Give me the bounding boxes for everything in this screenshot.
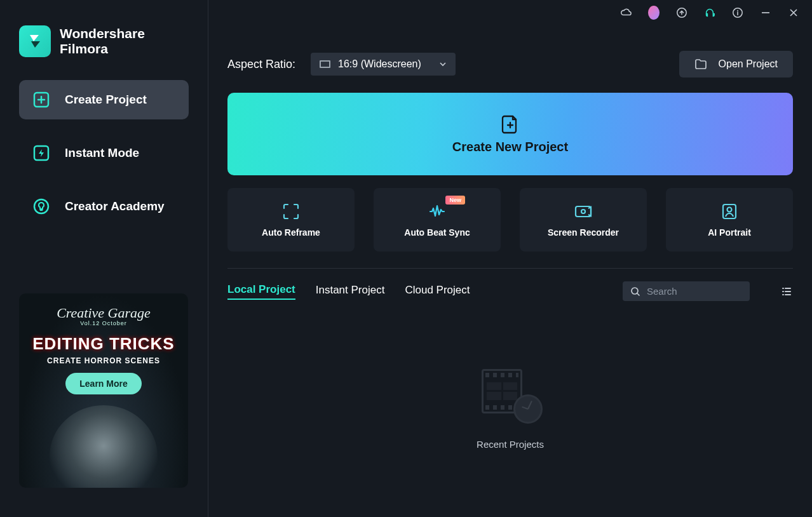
app-title: Wondershare Filmora [60,26,145,57]
instant-icon [33,145,50,161]
info-icon[interactable] [732,7,743,18]
promo-sub: Vol.12 October [80,320,127,326]
promo-banner[interactable]: Creative Garage Vol.12 October EDITING T… [19,293,188,488]
feature-screen-recorder[interactable]: Screen Recorder [520,188,647,252]
svg-point-4 [34,199,48,213]
empty-state-label: Recent Projects [477,439,544,450]
tab-cloud-project[interactable]: Cloud Project [405,284,470,299]
feature-row: Auto Reframe New Auto Beat Sync Screen R… [208,175,812,252]
svg-marker-0 [30,35,39,41]
sidebar-item-label: Creator Academy [65,199,165,213]
tab-instant-project[interactable]: Instant Project [316,284,385,299]
promo-image [50,405,158,488]
titlebar [208,0,812,25]
empty-state: Recent Projects [208,301,812,517]
promo-title: EDITING TRICKS [32,334,174,354]
plus-square-icon [33,91,50,108]
search-box[interactable] [623,281,750,301]
logo-mark-icon [19,25,51,57]
screen-icon [320,60,330,68]
open-project-button[interactable]: Open Project [679,51,793,77]
search-input[interactable] [647,286,768,297]
recent-projects-icon [482,369,539,420]
sidebar-item-label: Create Project [65,93,147,107]
sidebar-item-create-project[interactable]: Create Project [19,80,189,119]
feature-label: Screen Recorder [548,227,619,238]
svg-point-8 [581,210,585,213]
aspect-ratio-label: Aspect Ratio: [227,58,295,71]
aspect-ratio-value: 16:9 (Widescreen) [338,58,431,70]
project-tabs: Local Project Instant Project Cloud Proj… [208,269,812,301]
feature-ai-portrait[interactable]: AI Portrait [666,188,793,252]
sidebar-item-instant-mode[interactable]: Instant Mode [19,133,189,173]
svg-point-10 [727,208,732,212]
minimize-button[interactable] [760,7,771,18]
tab-local-project[interactable]: Local Project [227,283,295,300]
sidebar-item-creator-academy[interactable]: Creator Academy [19,187,189,226]
toolbar: Aspect Ratio: 16:9 (Widescreen) Open Pro… [208,25,812,93]
main-area: Aspect Ratio: 16:9 (Widescreen) Open Pro… [208,0,812,517]
search-icon [630,286,640,297]
feature-auto-reframe[interactable]: Auto Reframe [227,188,355,252]
new-badge: New [445,196,465,205]
feature-auto-beat-sync[interactable]: New Auto Beat Sync [374,188,501,252]
svg-marker-1 [31,41,40,48]
list-view-toggle[interactable] [780,285,793,298]
promo-cta-button[interactable]: Learn More [65,373,141,394]
app-logo: Wondershare Filmora [0,0,208,80]
portrait-icon [720,202,739,221]
folder-icon [694,58,707,70]
aspect-ratio-select[interactable]: 16:9 (Widescreen) [311,53,456,76]
sidebar-nav: Create Project Instant Mode Creator Acad… [0,80,208,226]
cloud-icon[interactable] [620,7,632,18]
reframe-icon [281,202,301,221]
upload-icon[interactable] [676,7,687,18]
create-new-project-button[interactable]: Create New Project [227,93,793,175]
account-avatar[interactable] [648,7,660,18]
feature-label: AI Portrait [708,227,751,238]
promo-tagline: CREATE HORROR SCENES [47,356,160,365]
sidebar-item-label: Instant Mode [65,146,139,160]
chevron-down-icon [439,60,447,68]
recorder-icon [574,202,593,221]
sidebar: Wondershare Filmora Create Project Insta… [0,0,208,517]
close-button[interactable] [788,7,799,18]
create-new-project-label: Create New Project [452,140,568,154]
lightbulb-icon [33,198,50,215]
promo-script: Creative Garage [57,305,151,321]
plus-document-icon [500,114,520,135]
feature-label: Auto Reframe [262,227,320,238]
headset-icon[interactable] [704,7,715,18]
feature-label: Auto Beat Sync [404,227,470,238]
waveform-icon [428,202,447,221]
open-project-label: Open Project [719,58,778,70]
